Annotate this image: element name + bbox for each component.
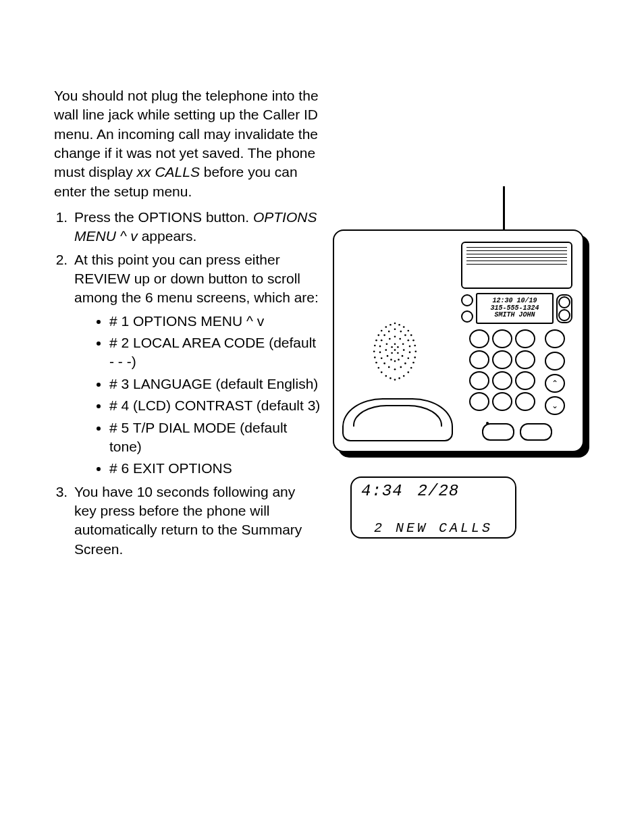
svg-point-31	[383, 334, 385, 336]
side-button	[461, 294, 473, 306]
svg-point-1	[390, 324, 392, 326]
svg-point-23	[385, 375, 387, 377]
pill-button-left	[482, 423, 514, 441]
svg-point-46	[394, 335, 396, 337]
svg-point-0	[394, 323, 396, 325]
svg-point-34	[407, 339, 409, 341]
svg-point-26	[398, 377, 400, 379]
left-side-buttons	[461, 294, 473, 323]
lcd-line-3: SMITH JOHN	[477, 312, 552, 319]
svg-point-22	[407, 371, 409, 373]
step-2-text: At this point you can press either REVIE…	[74, 252, 319, 306]
phone-illustration: 12:30 10/19 315-555-1324 SMITH JOHN	[333, 229, 589, 459]
svg-point-9	[375, 339, 377, 341]
arrow-down-button: ⌄	[545, 396, 565, 415]
content-row: You should not plug the telephone into t…	[54, 86, 590, 559]
svg-point-27	[394, 379, 396, 381]
step-1-post: appears.	[138, 228, 197, 244]
lcd-top-row: 4:34 2/28	[361, 482, 506, 500]
key-star	[469, 392, 489, 411]
review-down-button	[558, 309, 570, 321]
svg-point-16	[414, 356, 416, 358]
lcd-date: 2/28	[418, 482, 460, 500]
step-2: At this point you can press either REVIE…	[72, 250, 321, 479]
svg-point-25	[390, 377, 392, 379]
svg-point-51	[385, 349, 387, 351]
svg-point-21	[381, 371, 383, 373]
svg-point-28	[394, 328, 396, 330]
intro-calls-italic: xx CALLS	[137, 164, 200, 180]
lcd-message: 2 NEW CALLS	[361, 520, 506, 536]
review-up-button	[558, 296, 570, 308]
chevron-up-icon: ⌃	[552, 379, 558, 388]
svg-point-8	[410, 334, 412, 336]
svg-point-5	[381, 330, 383, 332]
svg-point-6	[407, 330, 409, 332]
key-2	[492, 329, 512, 348]
svg-point-54	[402, 355, 404, 357]
key-3	[515, 329, 535, 348]
manual-page: You should not plug the telephone into t…	[0, 0, 644, 820]
step-2-bullets: # 1 OPTIONS MENU ^ v # 2 LOCAL AREA CODE…	[74, 312, 321, 479]
phone-top-panel	[461, 242, 572, 289]
chevron-down-icon: ⌄	[552, 401, 558, 410]
ridge-icon	[462, 243, 571, 265]
svg-point-39	[381, 357, 383, 359]
side-button	[461, 310, 473, 323]
key-7	[469, 371, 489, 390]
arrow-up-button: ⌃	[545, 374, 565, 393]
antenna-icon	[503, 186, 505, 234]
svg-point-59	[391, 346, 393, 348]
svg-point-44	[400, 366, 402, 368]
key-4	[469, 350, 489, 369]
svg-point-55	[390, 359, 392, 361]
svg-point-48	[399, 338, 401, 340]
svg-point-30	[400, 331, 402, 333]
svg-point-43	[388, 366, 390, 368]
svg-point-33	[381, 339, 383, 341]
svg-point-15	[374, 356, 376, 358]
svg-point-32	[404, 334, 406, 336]
svg-point-56	[398, 359, 400, 361]
function-button-1	[545, 329, 565, 348]
svg-point-53	[387, 355, 389, 357]
key-1	[469, 329, 489, 348]
svg-point-17	[375, 362, 377, 364]
svg-point-57	[394, 360, 396, 362]
step-3: You have 10 seconds following any key pr…	[72, 483, 321, 559]
pill-button-right	[520, 423, 552, 441]
text-column: You should not plug the telephone into t…	[54, 86, 321, 559]
intro-paragraph: You should not plug the telephone into t…	[54, 86, 321, 201]
svg-point-62	[397, 352, 399, 354]
handset-cradle-icon	[342, 398, 453, 441]
svg-point-60	[397, 346, 399, 348]
step-1-pre: Press the OPTIONS button.	[74, 209, 253, 225]
svg-point-20	[410, 367, 412, 369]
svg-point-18	[412, 362, 414, 364]
svg-point-61	[391, 352, 393, 354]
key-8	[492, 371, 512, 390]
svg-point-7	[377, 334, 379, 336]
svg-point-38	[409, 352, 411, 354]
svg-point-58	[394, 343, 396, 345]
menu-item-3: # 3 LANGUAGE (default English)	[109, 375, 321, 393]
menu-item-4: # 4 (LCD) CONTRAST (default 3)	[109, 396, 321, 415]
keypad-panel: 12:30 10/19 315-555-1324 SMITH JOHN	[461, 293, 572, 428]
figure-column: 12:30 10/19 315-555-1324 SMITH JOHN	[333, 86, 589, 539]
svg-point-2	[398, 324, 400, 326]
review-buttons	[556, 294, 572, 323]
speaker-grille-icon	[354, 316, 435, 390]
svg-point-45	[394, 368, 396, 371]
key-0	[492, 392, 512, 411]
bottom-buttons	[461, 423, 572, 441]
summary-screen-lcd: 4:34 2/28 2 NEW CALLS	[350, 476, 516, 539]
svg-point-52	[403, 349, 405, 351]
svg-point-24	[403, 375, 405, 377]
key-6	[515, 350, 535, 369]
menu-item-6: # 6 EXIT OPTIONS	[109, 459, 321, 478]
svg-point-14	[414, 350, 417, 352]
keypad-area: ⌃ ⌄	[461, 329, 572, 415]
menu-item-2: # 2 LOCAL AREA CODE (default - - -)	[109, 333, 321, 372]
led-icon	[486, 422, 489, 425]
svg-point-10	[412, 339, 414, 341]
